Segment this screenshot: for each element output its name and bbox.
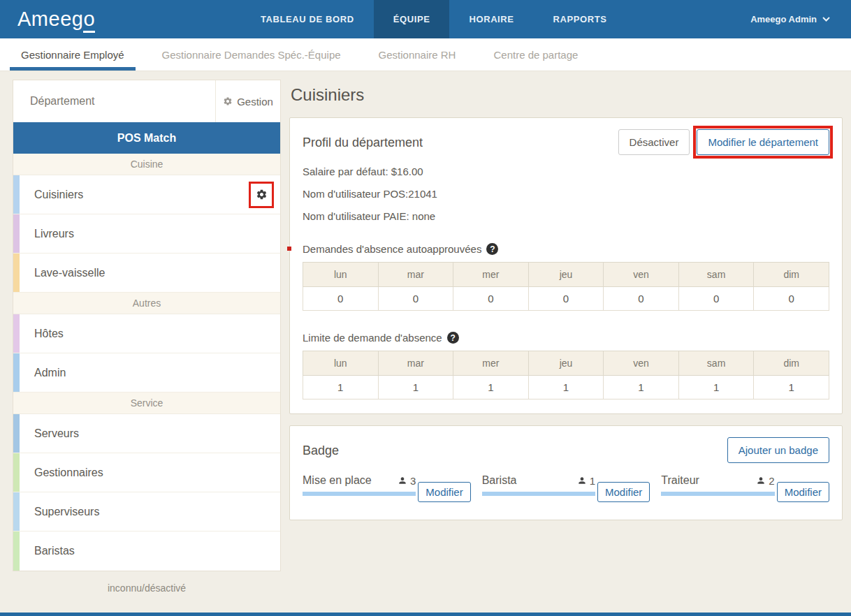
day-value: 1 bbox=[604, 376, 679, 399]
day-header: mer bbox=[453, 351, 529, 376]
help-icon[interactable]: ? bbox=[486, 243, 498, 255]
user-menu-label: Ameego Admin bbox=[750, 14, 817, 24]
badge-panel: Badge Ajouter un badge Mise en place 3 M… bbox=[289, 425, 843, 520]
tab-gestionnaire-employe[interactable]: Gestionnaire Employé bbox=[10, 38, 136, 71]
add-badge-button[interactable]: Ajouter un badge bbox=[727, 437, 829, 463]
sidebar-item-lave-vaisselle[interactable]: Lave-vaisselle bbox=[13, 254, 280, 293]
department-color-bar bbox=[13, 175, 20, 214]
department-label: Hôtes bbox=[34, 328, 64, 340]
department-color-bar bbox=[13, 531, 20, 571]
default-salary-line: Salaire par défaut: $16.00 bbox=[303, 166, 829, 177]
paie-username-line: Nom d'utilisateur PAIE: none bbox=[303, 210, 829, 222]
main-navigation: TABLEAU DE BORD ÉQUIPE HORAIRE RAPPORTS bbox=[241, 0, 627, 38]
page-title: Cuisiniers bbox=[291, 85, 843, 105]
brand-underlined-o: o bbox=[83, 8, 95, 33]
edit-department-button[interactable]: Modifier le département bbox=[697, 129, 829, 155]
modify-badge-button[interactable]: Modifier bbox=[597, 482, 650, 502]
day-value: 1 bbox=[528, 376, 604, 399]
department-profile-panel: Profil du département Désactiver Modifie… bbox=[289, 117, 843, 414]
nav-item-horaire[interactable]: HORAIRE bbox=[449, 0, 533, 38]
day-value: 1 bbox=[303, 376, 379, 399]
autoapprove-label-text: Demandes d'absence autoapprouvées bbox=[303, 243, 481, 255]
department-color-bar bbox=[13, 353, 20, 392]
sidebar-title: Département bbox=[13, 80, 215, 122]
day-header: mer bbox=[453, 263, 529, 287]
help-icon[interactable]: ? bbox=[447, 332, 459, 344]
badge-name: Traiteur bbox=[661, 474, 699, 487]
day-header: sam bbox=[678, 351, 754, 376]
day-header: ven bbox=[604, 351, 679, 376]
badge-panel-title: Badge bbox=[303, 437, 727, 458]
modify-badge-button[interactable]: Modifier bbox=[777, 482, 829, 502]
pos-match-button[interactable]: POS Match bbox=[13, 122, 280, 154]
tab-gestionnaire-demandes-spec-equipe[interactable]: Gestionnaire Demandes Spéc.-Équipe bbox=[151, 38, 352, 71]
tab-gestionnaire-rh[interactable]: Gestionnaire RH bbox=[368, 38, 467, 71]
autoapprove-table: lun mar mer jeu ven sam dim 0 0 0 0 0 0 … bbox=[303, 262, 829, 311]
day-value: 1 bbox=[754, 376, 829, 399]
day-header: mar bbox=[378, 263, 453, 287]
sidebar-item-baristas[interactable]: Baristas bbox=[13, 531, 280, 571]
department-color-bar bbox=[13, 414, 20, 453]
sidebar-item-superviseurs[interactable]: Superviseurs bbox=[13, 492, 280, 531]
department-sidebar: Département Gestion POS Match Cuisine Cu… bbox=[13, 80, 281, 571]
manage-button[interactable]: Gestion bbox=[215, 80, 280, 122]
absence-limit-label-text: Limite de demande d'absence bbox=[303, 332, 442, 344]
gear-icon bbox=[223, 96, 233, 106]
tab-centre-de-partage[interactable]: Centre de partage bbox=[482, 38, 589, 71]
department-label: Lave-vaisselle bbox=[34, 267, 105, 279]
nav-item-equipe[interactable]: ÉQUIPE bbox=[374, 0, 450, 38]
department-label: Gestionnaires bbox=[34, 467, 103, 479]
badge-count-value: 3 bbox=[410, 475, 416, 487]
nav-item-rapports[interactable]: RAPPORTS bbox=[534, 0, 627, 38]
day-value: 1 bbox=[378, 376, 453, 399]
badge-name: Mise en place bbox=[303, 474, 372, 487]
department-label: Serveurs bbox=[34, 427, 79, 440]
sidebar-item-hotes[interactable]: Hôtes bbox=[13, 314, 280, 353]
section-header-service: Service bbox=[13, 393, 280, 414]
top-navbar: Ameego TABLEAU DE BORD ÉQUIPE HORAIRE RA… bbox=[0, 0, 851, 38]
badge-count-value: 1 bbox=[590, 475, 595, 487]
department-color-bar bbox=[13, 254, 20, 292]
day-value: 1 bbox=[453, 376, 529, 399]
day-header: dim bbox=[754, 351, 829, 376]
section-header-cuisine: Cuisine bbox=[13, 154, 280, 175]
department-label: Cuisiniers bbox=[34, 189, 83, 201]
user-menu[interactable]: Ameego Admin bbox=[750, 0, 851, 38]
badge-item-traiteur: Traiteur 2 Modifier bbox=[661, 474, 829, 496]
sidebar-footer-status: inconnu/désactivé bbox=[13, 571, 281, 598]
sidebar-item-livreurs[interactable]: Livreurs bbox=[13, 214, 280, 254]
person-icon bbox=[756, 476, 766, 485]
day-value: 0 bbox=[453, 287, 529, 311]
department-label: Livreurs bbox=[34, 228, 74, 240]
day-value: 0 bbox=[303, 287, 379, 311]
nav-item-tableau-de-bord[interactable]: TABLEAU DE BORD bbox=[241, 0, 374, 38]
chevron-down-icon bbox=[822, 17, 830, 22]
person-icon bbox=[577, 476, 587, 485]
badge-item-barista: Barista 1 Modifier bbox=[482, 474, 650, 496]
pos-username-line: Nom d'utilisateur POS:21041 bbox=[303, 188, 829, 200]
modify-badge-button[interactable]: Modifier bbox=[418, 482, 470, 502]
sidebar-item-serveurs[interactable]: Serveurs bbox=[13, 414, 280, 453]
annotation-red-dot bbox=[287, 247, 291, 251]
badge-count-value: 2 bbox=[769, 475, 774, 487]
department-label: Admin bbox=[34, 367, 66, 379]
day-value: 0 bbox=[528, 287, 604, 311]
department-settings-button[interactable] bbox=[254, 187, 269, 203]
sub-tab-bar: Gestionnaire Employé Gestionnaire Demand… bbox=[0, 38, 851, 71]
sidebar-item-cuisiniers[interactable]: Cuisiniers bbox=[13, 175, 280, 214]
ameego-logo[interactable]: Ameego bbox=[0, 0, 241, 38]
brand-text-main: Ameeg bbox=[17, 8, 83, 30]
bottom-footer-strip bbox=[0, 613, 851, 616]
department-color-bar bbox=[13, 314, 20, 353]
department-color-bar bbox=[13, 214, 20, 253]
department-color-bar bbox=[13, 453, 20, 492]
day-header: dim bbox=[754, 263, 829, 287]
manage-label: Gestion bbox=[237, 96, 273, 108]
day-value: 1 bbox=[678, 376, 754, 399]
day-header: mar bbox=[378, 351, 453, 376]
deactivate-button[interactable]: Désactiver bbox=[618, 129, 690, 155]
sidebar-item-admin[interactable]: Admin bbox=[13, 353, 280, 393]
day-header: sam bbox=[678, 263, 754, 287]
day-header: ven bbox=[604, 263, 679, 287]
sidebar-item-gestionnaires[interactable]: Gestionnaires bbox=[13, 453, 280, 492]
